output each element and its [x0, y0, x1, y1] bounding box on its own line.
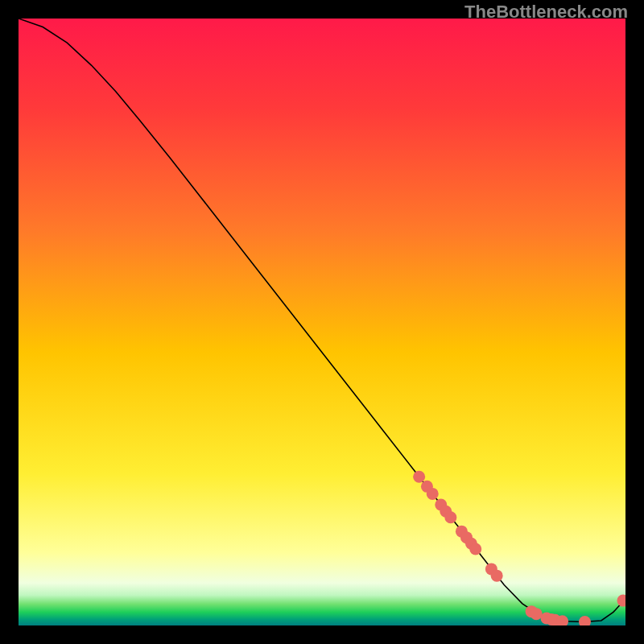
bottleneck-chart: [19, 19, 625, 625]
data-marker: [491, 570, 503, 582]
data-marker: [427, 488, 439, 500]
chart-stage: TheBottleneck.com: [0, 0, 644, 644]
data-marker: [530, 608, 543, 620]
data-marker: [413, 471, 425, 483]
gradient-background: [19, 19, 625, 625]
watermark-label: TheBottleneck.com: [464, 2, 628, 23]
data-marker: [444, 511, 456, 523]
data-marker: [469, 543, 481, 555]
